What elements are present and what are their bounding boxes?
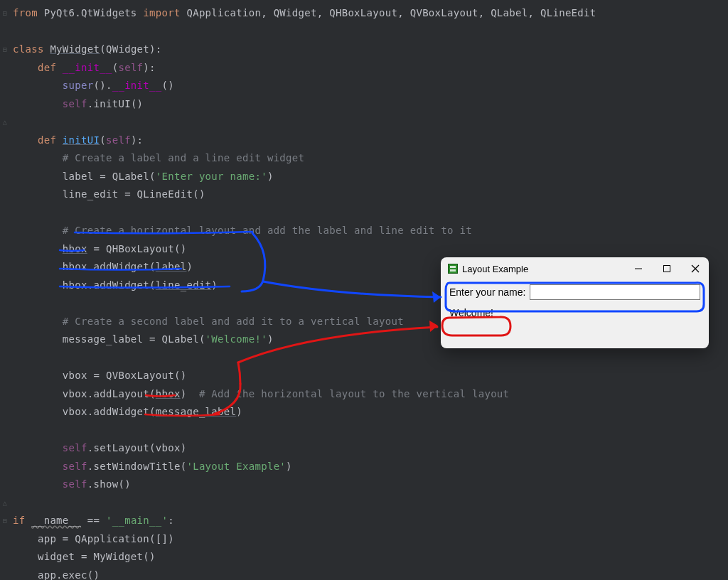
fold-marker: △ (0, 494, 10, 512)
titlebar[interactable]: Layout Example (441, 257, 709, 280)
name-label: Enter your name: (449, 286, 525, 298)
maximize-button[interactable] (660, 262, 673, 275)
class-name: MyWidget (50, 43, 100, 55)
welcome-label: Welcome! (449, 307, 700, 318)
name-input[interactable] (530, 284, 700, 300)
minimize-icon (634, 264, 643, 273)
fold-marker: ⊟ (0, 41, 10, 59)
layout-example-window[interactable]: Layout Example Enter your name: Welcome! (441, 257, 709, 348)
maximize-icon (663, 264, 671, 273)
close-icon (691, 264, 700, 273)
keyword-from: from (13, 7, 38, 18)
fold-marker: ⊟ (0, 4, 10, 23)
minimize-button[interactable] (632, 262, 645, 275)
svg-rect-0 (449, 264, 458, 274)
comment: # Create a label and a line edit widget (63, 152, 304, 163)
svg-rect-4 (664, 266, 670, 272)
fold-marker: △ (0, 113, 10, 131)
window-title: Layout Example (462, 264, 632, 274)
fold-marker: ⊟ (0, 512, 10, 530)
svg-rect-2 (450, 269, 456, 272)
close-button[interactable] (689, 262, 702, 275)
app-icon (448, 264, 458, 274)
keyword-import: import (143, 7, 180, 18)
comment: # Create a second label and add it to a … (63, 316, 404, 327)
method-init: __init__ (63, 62, 112, 73)
hbox-row: Enter your name: (449, 284, 700, 300)
method-initUI: initUI (63, 134, 100, 146)
svg-rect-1 (450, 266, 456, 268)
